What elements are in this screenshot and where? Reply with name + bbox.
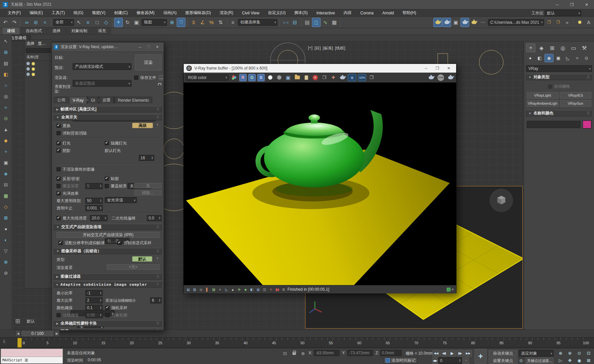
tab-hierarchy-icon[interactable]: ⊞: [547, 43, 557, 52]
explorer-tab-display[interactable]: 显…: [38, 41, 46, 47]
cross-tool-icon[interactable]: ⊠: [2, 214, 10, 221]
dialog-minimize-button[interactable]: [136, 44, 144, 51]
object-type-button[interactable]: VRaySun: [560, 100, 592, 107]
rollout-dmc[interactable]: ▶全局确定性蒙特卡洛: [54, 320, 162, 327]
tab-create-icon[interactable]: +: [526, 43, 535, 52]
rollout-image-filter[interactable]: ▶图像过滤器: [54, 273, 162, 280]
window-crossing-icon[interactable]: [102, 18, 110, 27]
select-rotate-icon[interactable]: [123, 18, 132, 27]
tab-render-elements[interactable]: Render Elements: [114, 97, 152, 103]
systems-icon[interactable]: ⊙: [582, 54, 591, 62]
list-tool-icon[interactable]: ▤: [2, 60, 10, 67]
snap-toggle-3d-icon[interactable]: 3: [189, 18, 197, 27]
zoom-all-icon[interactable]: ⊛: [566, 350, 574, 357]
buffer-icon[interactable]: ▥: [192, 287, 197, 292]
pan-hand-icon[interactable]: ✥: [566, 357, 574, 364]
shadows-checkbox[interactable]: [57, 149, 61, 153]
ribbon-tab[interactable]: 填充: [93, 27, 111, 34]
white-balance-icon[interactable]: ✣: [237, 287, 242, 292]
explorer-row[interactable]: [24, 66, 52, 72]
vfb-render-image[interactable]: [184, 83, 456, 285]
transform-typein-icon[interactable]: [301, 351, 305, 356]
render-setup-icon[interactable]: [443, 18, 451, 27]
helpers-icon[interactable]: ◺: [564, 54, 572, 62]
maps-checkbox[interactable]: [105, 177, 109, 181]
glossy-effects-checkbox[interactable]: [57, 191, 61, 195]
help-icon[interactable]: ?: [155, 257, 160, 261]
current-frame-spinner[interactable]: 0: [438, 357, 462, 364]
eye-icon[interactable]: [26, 62, 30, 65]
override-depth-spinner[interactable]: 5: [85, 183, 103, 189]
info-icon[interactable]: ▤: [186, 287, 191, 292]
workspace-dropdown[interactable]: 默认: [544, 10, 581, 16]
rendered-frame-window-icon[interactable]: [452, 18, 460, 27]
prev-frame-arrow[interactable]: ◀: [15, 330, 21, 337]
viewport-label[interactable]: [+]: [308, 46, 313, 51]
start-ipr-button[interactable]: 开始交互式产品级渲染 (IPR): [57, 232, 160, 238]
trackbar-options-icon[interactable]: [3, 340, 6, 344]
align-icon[interactable]: [291, 18, 299, 27]
monochrome-icon[interactable]: [275, 74, 283, 81]
menu-item[interactable]: Interactive: [312, 11, 339, 15]
force-progressive-checkbox[interactable]: [117, 241, 121, 245]
close-button[interactable]: [579, 0, 594, 9]
save-image-icon[interactable]: [284, 74, 292, 81]
vfb-titlebar[interactable]: V-Ray frame buffer - [100% of 800 x 600]: [184, 64, 456, 73]
time-slider[interactable]: ◀ 0 / 100 ▶: [15, 330, 60, 337]
dot-tool-icon[interactable]: ●: [2, 225, 10, 233]
gem-tool-icon[interactable]: ◈: [2, 170, 10, 177]
rollout-ipr-options[interactable]: ▼交互式产品级渲染选项: [54, 224, 162, 230]
tab-modify-icon[interactable]: ◈: [537, 43, 546, 52]
force-backface-checkbox[interactable]: [57, 131, 61, 135]
copy-to-clipboard-icon[interactable]: [303, 74, 310, 81]
maximize-button[interactable]: [565, 0, 579, 9]
vfb-close-button[interactable]: [445, 64, 452, 72]
render-last-icon[interactable]: [427, 74, 435, 81]
redo-icon[interactable]: [10, 18, 18, 27]
rollout-frame-buffer[interactable]: ▶帧缓冲区 [高傲汉化]: [54, 106, 162, 112]
curve-editor-icon[interactable]: [321, 18, 329, 27]
selected-object-dropdown[interactable]: 选定对象: [519, 350, 554, 357]
shape-tool-icon[interactable]: ◧: [2, 71, 10, 78]
target-dropdown[interactable]: 产品级渲染模式: [73, 63, 132, 70]
select-tool-icon[interactable]: ↖: [2, 37, 10, 45]
menu-item[interactable]: 编辑(E): [25, 10, 47, 16]
levels-icon[interactable]: ≡: [218, 287, 223, 292]
menu-item[interactable]: Arnold: [378, 11, 398, 15]
randomize-samples-checkbox[interactable]: [105, 306, 109, 310]
render-in-cloud-icon[interactable]: [470, 18, 478, 27]
menu-item[interactable]: 内容: [339, 10, 356, 16]
object-type-button[interactable]: VRayAmbientLigh: [527, 100, 559, 107]
tab-motion-icon[interactable]: ◎: [558, 43, 568, 52]
object-color-swatch[interactable]: [583, 120, 591, 128]
eye-icon[interactable]: [26, 73, 30, 76]
vfb-channel-dropdown[interactable]: RGB color: [186, 74, 229, 81]
render-production-icon[interactable]: [461, 18, 469, 27]
stamp-icon[interactable]: ⊞: [281, 287, 286, 292]
maxscript-pink-row[interactable]: [1, 349, 63, 357]
zoom-level-icon[interactable]: 10%: [358, 74, 366, 81]
explorer-column-header[interactable]: 名称(按: [24, 54, 52, 61]
duplicate-to-host-icon[interactable]: [321, 74, 328, 81]
menu-item[interactable]: 视图(V): [88, 10, 110, 16]
background-icon[interactable]: ◧: [249, 287, 254, 292]
tab-utilities-icon[interactable]: ⚒: [580, 43, 589, 52]
eye-icon[interactable]: [26, 67, 30, 71]
max-rate-spinner[interactable]: 2: [85, 297, 103, 303]
ribbon-grid-icon[interactable]: [13, 314, 23, 328]
key-filters-button[interactable]: 关键点过滤器...: [525, 357, 554, 364]
set-keys-big-button[interactable]: [475, 349, 487, 364]
menu-item[interactable]: 帮助(H): [398, 10, 421, 16]
hidden-lights-checkbox[interactable]: [105, 141, 109, 145]
save-file-checkbox[interactable]: [134, 76, 138, 80]
select-scale-icon[interactable]: [133, 18, 141, 27]
dont-render-final-checkbox[interactable]: [57, 167, 61, 171]
key-mode-toggle-icon[interactable]: [462, 357, 469, 364]
save-file-browse-button[interactable]: …: [158, 75, 164, 80]
clear-image-icon[interactable]: [312, 74, 319, 81]
lighting-evaluation-spinner[interactable]: 16: [139, 155, 154, 161]
menu-item[interactable]: 动画(A): [159, 10, 181, 16]
override-depth-checkbox[interactable]: [57, 184, 61, 188]
minimize-button[interactable]: [550, 0, 565, 9]
explorer-tab-select[interactable]: 选择: [26, 41, 34, 47]
